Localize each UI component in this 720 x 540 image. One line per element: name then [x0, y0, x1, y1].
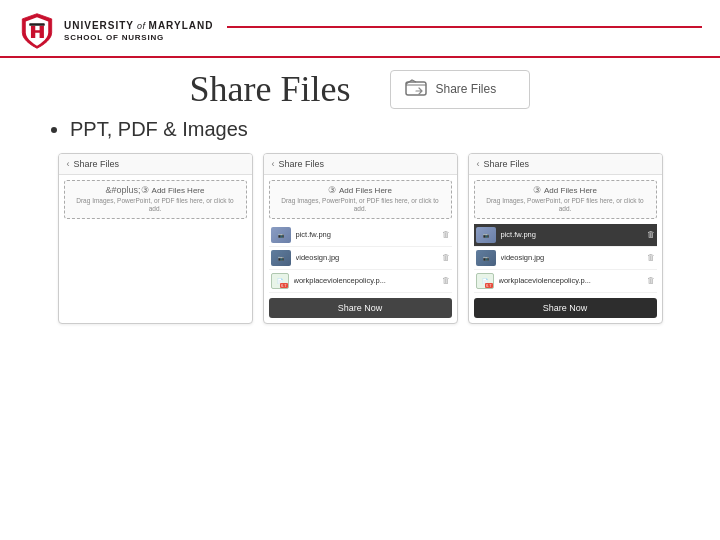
panel3-add-files-area[interactable]: ③ Add Files Here Drag Images, PowerPoint… [474, 180, 657, 219]
panel2-file-thumb-2: 📷 [271, 250, 291, 266]
screenshot-panel-1: ‹ Share Files &#oplus;③ Add Files Here D… [58, 153, 253, 324]
screenshots-row: ‹ Share Files &#oplus;③ Add Files Here D… [30, 153, 690, 324]
main-content: Share Files Share Files PPT, PDF & Image… [0, 58, 720, 334]
panel2-file-delete-3[interactable]: 🗑 [442, 276, 450, 285]
panel1-add-files-area[interactable]: &#oplus;③ Add Files Here Drag Images, Po… [64, 180, 247, 219]
panel1-back-arrow[interactable]: ‹ [67, 159, 70, 169]
panel3-file-row-2[interactable]: 📷 videosign.jpg 🗑 [474, 247, 657, 270]
panel3-add-files-btn: ③ Add Files Here [481, 185, 650, 195]
panel2-header: ‹ Share Files [264, 154, 457, 175]
panel2-file-name-2: videosign.jpg [296, 253, 437, 262]
bullet-item: PPT, PDF & Images [70, 118, 690, 141]
panel3-file-name-2: videosign.jpg [501, 253, 642, 262]
screenshot-panel-3: ‹ Share Files ③ Add Files Here Drag Imag… [468, 153, 663, 324]
panel2-file-row-2[interactable]: 📷 videosign.jpg 🗑 [269, 247, 452, 270]
badge-label-text: Share Files [435, 82, 496, 96]
panel2-title: Share Files [279, 159, 325, 169]
svg-rect-0 [29, 23, 45, 26]
logo-text: UNIVERSITY of MARYLAND SCHOOL OF NURSING [64, 19, 213, 43]
title-row: Share Files Share Files [30, 68, 690, 110]
plus-circle-icon-2: ③ [328, 185, 336, 195]
panel2-file-row-3[interactable]: 📄 6.7 workplaceviolencepolicy.p... 🗑 [269, 270, 452, 293]
panel3-header: ‹ Share Files [469, 154, 662, 175]
panel2-file-row-1[interactable]: 📷 pict.fw.png 🗑 [269, 224, 452, 247]
panel2-file-name-1: pict.fw.png [296, 230, 437, 239]
plus-circle-icon-1: &#oplus;③ [106, 185, 149, 195]
panel3-body: ③ Add Files Here Drag Images, PowerPoint… [469, 175, 662, 323]
panel1-add-files-btn: &#oplus;③ Add Files Here [71, 185, 240, 195]
panel2-add-files-area[interactable]: ③ Add Files Here Drag Images, PowerPoint… [269, 180, 452, 219]
panel3-add-desc: Drag Images, PowerPoint, or PDF files he… [481, 197, 650, 214]
panel1-add-desc: Drag Images, PowerPoint, or PDF files he… [71, 197, 240, 214]
panel1-add-btn-label: Add Files Here [152, 186, 205, 195]
page-title: Share Files [190, 68, 351, 110]
panel3-file-name-3: workplaceviolencepolicy.p... [499, 276, 642, 285]
panel2-body: ③ Add Files Here Drag Images, PowerPoint… [264, 175, 457, 323]
panel2-file-delete-1[interactable]: 🗑 [442, 230, 450, 239]
panel2-file-thumb-1: 📷 [271, 227, 291, 243]
panel3-file-delete-3[interactable]: 🗑 [647, 276, 655, 285]
panel3-file-name-1: pict.fw.png [501, 230, 642, 239]
panel2-file-pdf-1: 📄 6.7 [271, 273, 289, 289]
plus-circle-icon-3: ③ [533, 185, 541, 195]
panel2-add-desc: Drag Images, PowerPoint, or PDF files he… [276, 197, 445, 214]
panel3-file-pdf-1: 📄 6.7 [476, 273, 494, 289]
panel2-add-files-btn: ③ Add Files Here [276, 185, 445, 195]
header-divider [227, 26, 702, 28]
panel3-file-delete-2[interactable]: 🗑 [647, 253, 655, 262]
panel3-add-btn-label: Add Files Here [544, 186, 597, 195]
share-files-badge: Share Files [390, 70, 530, 109]
panel2-add-btn-label: Add Files Here [339, 186, 392, 195]
panel2-file-delete-2[interactable]: 🗑 [442, 253, 450, 262]
panel2-back-arrow[interactable]: ‹ [272, 159, 275, 169]
bullet-section: PPT, PDF & Images [50, 118, 690, 141]
panel1-body: &#oplus;③ Add Files Here Drag Images, Po… [59, 175, 252, 229]
panel2-share-now-btn[interactable]: Share Now [269, 298, 452, 318]
share-files-badge-icon [405, 77, 427, 102]
svg-rect-1 [406, 82, 426, 95]
panel3-file-thumb-1: 📷 [476, 227, 496, 243]
panel3-file-thumb-2: 📷 [476, 250, 496, 266]
panel3-file-delete-1[interactable]: 🗑 [647, 230, 655, 239]
panel1-title: Share Files [74, 159, 120, 169]
panel3-share-now-btn[interactable]: Share Now [474, 298, 657, 318]
logo-shield-icon [18, 12, 56, 50]
panel3-back-arrow[interactable]: ‹ [477, 159, 480, 169]
panel3-title: Share Files [484, 159, 530, 169]
panel1-header: ‹ Share Files [59, 154, 252, 175]
panel3-file-row-3[interactable]: 📄 6.7 workplaceviolencepolicy.p... 🗑 [474, 270, 657, 293]
panel3-file-row-1[interactable]: 📷 pict.fw.png 🗑 [474, 224, 657, 247]
university-logo: UNIVERSITY of MARYLAND SCHOOL OF NURSING [18, 12, 213, 50]
panel2-file-name-3: workplaceviolencepolicy.p... [294, 276, 437, 285]
screenshot-panel-2: ‹ Share Files ③ Add Files Here Drag Imag… [263, 153, 458, 324]
page-header: UNIVERSITY of MARYLAND SCHOOL OF NURSING [0, 0, 720, 58]
